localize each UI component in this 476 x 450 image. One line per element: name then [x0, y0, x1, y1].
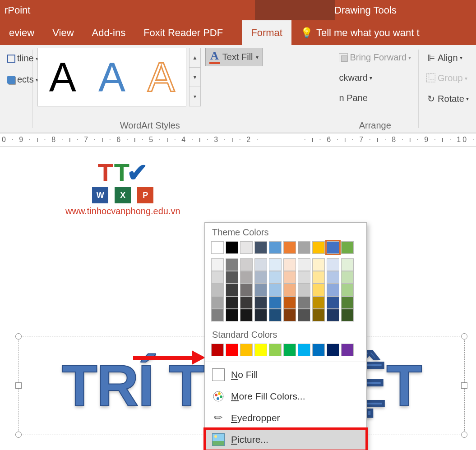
color-swatch[interactable] — [327, 284, 339, 296]
color-swatch[interactable] — [269, 296, 282, 309]
wordart-preset-3[interactable]: A — [148, 54, 175, 101]
color-swatch[interactable] — [327, 309, 339, 321]
color-swatch[interactable] — [341, 284, 354, 296]
color-swatch[interactable] — [211, 271, 224, 284]
wordart-preset-2[interactable]: A — [98, 54, 125, 101]
color-swatch[interactable] — [226, 296, 238, 309]
resize-handle[interactable] — [461, 432, 467, 438]
color-swatch[interactable] — [269, 344, 282, 356]
color-swatch[interactable] — [226, 284, 238, 296]
resize-handle[interactable] — [15, 333, 22, 340]
group-button[interactable]: ⿺ Group▾ — [423, 71, 470, 85]
gallery-more-icon[interactable]: ▾ — [189, 87, 200, 106]
gallery-scroll[interactable]: ▲ ▼ ▾ — [189, 48, 201, 106]
resize-handle[interactable] — [461, 382, 467, 389]
color-swatch[interactable] — [327, 258, 339, 271]
color-swatch[interactable] — [312, 296, 325, 309]
color-swatch[interactable] — [312, 309, 325, 321]
color-swatch[interactable] — [269, 284, 282, 296]
resize-handle[interactable] — [15, 432, 22, 438]
gallery-up-icon[interactable]: ▲ — [189, 48, 200, 68]
resize-handle[interactable] — [15, 382, 22, 389]
bring-forward[interactable]: Bring Forward▾ — [336, 51, 414, 64]
color-swatch[interactable] — [240, 258, 253, 271]
color-swatch[interactable] — [226, 344, 238, 356]
color-swatch[interactable] — [312, 284, 325, 296]
no-fill-item[interactable]: No Fill — [205, 364, 366, 386]
color-swatch[interactable] — [298, 271, 310, 284]
color-swatch[interactable] — [240, 344, 253, 356]
color-swatch[interactable] — [211, 284, 224, 296]
color-swatch[interactable] — [283, 284, 296, 296]
color-swatch[interactable] — [269, 258, 282, 271]
color-swatch[interactable] — [327, 344, 339, 356]
color-swatch[interactable] — [283, 344, 296, 356]
color-swatch[interactable] — [240, 284, 253, 296]
color-swatch[interactable] — [254, 296, 267, 309]
color-swatch[interactable] — [211, 241, 224, 254]
color-swatch[interactable] — [298, 284, 310, 296]
color-swatch[interactable] — [327, 241, 339, 254]
color-swatch[interactable] — [211, 309, 224, 321]
color-swatch[interactable] — [269, 271, 282, 284]
color-swatch[interactable] — [240, 309, 253, 321]
tab-review[interactable]: eview — [0, 20, 43, 45]
color-swatch[interactable] — [211, 344, 224, 356]
color-swatch[interactable] — [254, 309, 267, 321]
text-fill-button[interactable]: A Text Fill ▾ — [205, 48, 263, 66]
selection-pane[interactable]: n Pane — [336, 91, 370, 105]
color-swatch[interactable] — [240, 241, 253, 254]
color-swatch[interactable] — [254, 284, 267, 296]
color-swatch[interactable] — [341, 241, 354, 254]
color-swatch[interactable] — [254, 241, 267, 254]
picture-fill-item[interactable]: Picture... — [205, 429, 366, 450]
color-swatch[interactable] — [211, 258, 224, 271]
tab-foxit[interactable]: Foxit Reader PDF — [134, 20, 232, 45]
tab-view[interactable]: View — [43, 20, 83, 45]
slide-canvas[interactable]: TT✔ W X P www.tinhocvanphong.edu.vn TRÍ … — [0, 147, 476, 450]
color-swatch[interactable] — [211, 296, 224, 309]
color-swatch[interactable] — [341, 258, 354, 271]
color-swatch[interactable] — [254, 271, 267, 284]
rotate-button[interactable]: ↻ Rotate▾ — [423, 92, 471, 106]
color-swatch[interactable] — [226, 271, 238, 284]
color-swatch[interactable] — [298, 296, 310, 309]
color-swatch[interactable] — [226, 258, 238, 271]
color-swatch[interactable] — [341, 344, 354, 356]
color-swatch[interactable] — [283, 296, 296, 309]
wordart-gallery[interactable]: A A A — [37, 48, 186, 106]
color-swatch[interactable] — [341, 309, 354, 321]
color-swatch[interactable] — [312, 271, 325, 284]
color-swatch[interactable] — [341, 271, 354, 284]
color-swatch[interactable] — [298, 309, 310, 321]
color-swatch[interactable] — [312, 241, 325, 254]
tab-addins[interactable]: Add-ins — [83, 20, 135, 45]
tab-format[interactable]: Format — [242, 20, 291, 45]
color-swatch[interactable] — [283, 241, 296, 254]
color-swatch[interactable] — [226, 241, 238, 254]
color-swatch[interactable] — [254, 344, 267, 356]
color-swatch[interactable] — [327, 271, 339, 284]
color-swatch[interactable] — [283, 258, 296, 271]
send-backward[interactable]: ckward▾ — [336, 71, 374, 85]
color-swatch[interactable] — [341, 296, 354, 309]
more-fill-colors-item[interactable]: More Fill Colors... — [205, 386, 366, 407]
align-button[interactable]: ⊫ Align▾ — [423, 51, 465, 65]
color-swatch[interactable] — [298, 258, 310, 271]
color-swatch[interactable] — [312, 258, 325, 271]
resize-handle[interactable] — [461, 333, 467, 340]
color-swatch[interactable] — [312, 344, 325, 356]
color-swatch[interactable] — [298, 344, 310, 356]
color-swatch[interactable] — [226, 309, 238, 321]
color-swatch[interactable] — [327, 296, 339, 309]
color-swatch[interactable] — [240, 296, 253, 309]
color-swatch[interactable] — [283, 271, 296, 284]
color-swatch[interactable] — [269, 241, 282, 254]
color-swatch[interactable] — [240, 271, 253, 284]
color-swatch[interactable] — [298, 241, 310, 254]
color-swatch[interactable] — [283, 309, 296, 321]
eyedropper-item[interactable]: ✎ Eyedropper — [205, 407, 366, 429]
color-swatch[interactable] — [254, 258, 267, 271]
color-swatch[interactable] — [269, 309, 282, 321]
gallery-down-icon[interactable]: ▼ — [189, 68, 200, 87]
